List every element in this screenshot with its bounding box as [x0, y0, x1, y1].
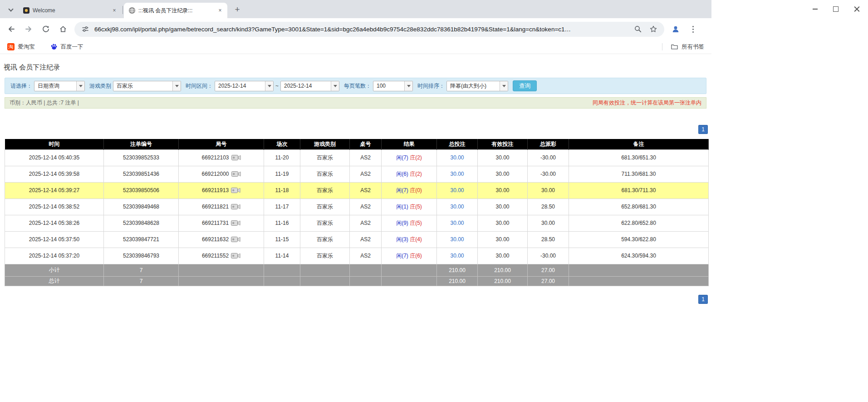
video-replay-icon[interactable]: [231, 253, 240, 259]
bet-record-row: 2025-12-14 05:39:27523039850506669211913…: [5, 182, 709, 199]
column-header: 总派彩: [528, 139, 569, 149]
total-bet-link[interactable]: 30.00: [450, 236, 464, 243]
screen: Welcome × :::视讯 会员下注纪录::: × + 66cxkj98.c…: [0, 0, 868, 402]
cell-payout: -30.00: [528, 248, 569, 264]
column-header: 注单编号: [104, 139, 179, 149]
bookmarks-divider: [662, 43, 662, 50]
total-bet-link[interactable]: 30.00: [450, 187, 464, 194]
chevron-down-icon[interactable]: [76, 81, 84, 91]
video-replay-icon[interactable]: [231, 154, 241, 161]
game-type-dropdown[interactable]: 百家乐: [113, 81, 181, 91]
bookmark-star-icon[interactable]: [648, 24, 659, 35]
cell-total-bet: 30.00: [437, 248, 478, 264]
total-bet-link[interactable]: 30.00: [450, 171, 464, 177]
taobao-icon: 淘: [7, 43, 15, 50]
total-label: 总计: [5, 276, 104, 286]
cell-session: 11-15: [264, 231, 300, 248]
chevron-down-icon[interactable]: [404, 81, 412, 91]
tab-bet-records[interactable]: :::视讯 会员下注纪录::: ×: [124, 3, 227, 18]
query-type-dropdown[interactable]: 日期查询: [34, 81, 85, 91]
pagination-top: 1: [0, 125, 708, 134]
chevron-down-icon[interactable]: [500, 81, 508, 91]
total-bet-link[interactable]: 30.00: [450, 220, 464, 226]
bookmark-baidu[interactable]: 百度一下: [49, 42, 85, 52]
site-settings-icon[interactable]: [80, 24, 91, 35]
result-banker: 庄(2): [410, 154, 422, 161]
new-tab-button[interactable]: +: [231, 3, 244, 16]
cell-time: 2025-12-14 05:40:35: [5, 149, 104, 166]
menu-button[interactable]: [686, 22, 700, 36]
cell-remark: 711.30/681.30: [569, 166, 709, 182]
total-bet-link[interactable]: 30.00: [450, 253, 464, 259]
empty-cell: [569, 264, 709, 276]
cell-total-bet: 30.00: [437, 199, 478, 215]
cell-round-no: 669211632: [179, 231, 264, 248]
bookmark-label: 百度一下: [61, 43, 83, 51]
folder-icon: [671, 43, 678, 50]
total-total-bet: 210.00: [437, 276, 478, 286]
page-content: 视讯 会员下注纪录 请选择： 日期查询 游戏类别 百家乐 时间区间： 2025-…: [0, 54, 711, 402]
chevron-down-icon[interactable]: [265, 81, 273, 91]
video-replay-icon[interactable]: [231, 236, 240, 243]
minimize-icon[interactable]: [812, 6, 818, 12]
subtotal-valid-bet: 210.00: [478, 264, 528, 276]
cell-table-no: AS2: [350, 248, 382, 264]
cell-game-type: 百家乐: [300, 149, 350, 166]
sort-order-dropdown[interactable]: 降幂(由大到小): [446, 81, 508, 91]
game-type-value: 百家乐: [113, 81, 172, 91]
reload-button[interactable]: [39, 22, 53, 36]
cell-game-type: 百家乐: [300, 248, 350, 264]
cell-round-no: 669211552: [179, 248, 264, 264]
date-to-dropdown[interactable]: 2025-12-14: [280, 81, 339, 91]
video-replay-icon[interactable]: [231, 171, 241, 177]
total-bet-link[interactable]: 30.00: [450, 154, 464, 161]
video-replay-icon[interactable]: [231, 220, 240, 226]
address-bar[interactable]: 66cxkj98.com/ipl/portal.php/game/betreco…: [74, 22, 664, 37]
cell-table-no: AS2: [350, 215, 382, 231]
close-icon[interactable]: [853, 6, 860, 12]
pagination-bottom: 1: [0, 295, 708, 304]
tab-close-icon[interactable]: ×: [216, 7, 224, 14]
cell-round-no: 669212000: [179, 166, 264, 182]
page-number-button[interactable]: 1: [698, 125, 708, 134]
empty-cell: [382, 264, 437, 276]
home-button[interactable]: [56, 22, 70, 36]
page-size-dropdown[interactable]: 100: [373, 81, 413, 91]
forward-button[interactable]: [21, 22, 36, 36]
round-number: 669211731: [202, 220, 229, 226]
total-row: 总计 7 210.00 210.00 27.00: [5, 276, 709, 286]
url-text[interactable]: 66cxkj98.com/ipl/portal.php/game/betreco…: [94, 26, 628, 33]
summary-bar: 币别：人民币 | 总共 :7 注单 | 同局有效投注，统一计算在该局第一张注单内: [5, 97, 706, 109]
bookmark-taobao[interactable]: 淘 爱淘宝: [5, 42, 37, 52]
cell-remark: 594.30/622.80: [569, 231, 709, 248]
cell-bet-id: 523039846793: [104, 248, 179, 264]
all-bookmarks-label: 所有书签: [682, 43, 704, 51]
video-replay-icon[interactable]: [231, 203, 240, 210]
date-from-dropdown[interactable]: 2025-12-14: [215, 81, 274, 91]
cell-session: 11-18: [264, 182, 300, 199]
bookmarks-bar: 淘 爱淘宝 百度一下 所有书签: [0, 40, 711, 54]
tab-title: :::视讯 会员下注纪录:::: [138, 7, 214, 15]
result-banker: 庄(6): [410, 253, 422, 259]
cell-game-type: 百家乐: [300, 182, 350, 199]
cell-total-bet: 30.00: [437, 149, 478, 166]
tab-search-button[interactable]: [5, 3, 17, 16]
profile-button[interactable]: [668, 22, 683, 36]
search-button[interactable]: 查询: [513, 80, 537, 91]
tab-welcome[interactable]: Welcome ×: [18, 3, 122, 18]
chevron-down-icon[interactable]: [331, 81, 339, 91]
page-number-button[interactable]: 1: [698, 295, 708, 304]
maximize-icon[interactable]: [833, 6, 839, 12]
tab-close-icon[interactable]: ×: [111, 7, 118, 14]
all-bookmarks-button[interactable]: 所有书签: [669, 42, 706, 52]
back-button[interactable]: [4, 22, 19, 36]
round-number: 669211552: [202, 253, 229, 259]
total-bet-link[interactable]: 30.00: [450, 203, 464, 210]
zoom-icon[interactable]: [633, 24, 643, 35]
video-replay-icon[interactable]: [231, 187, 240, 194]
chevron-down-icon[interactable]: [172, 81, 181, 91]
cell-round-no: 669211821: [179, 199, 264, 215]
result-player: 闲(6): [396, 171, 408, 177]
cell-payout: 30.00: [528, 215, 569, 231]
total-valid-bet: 210.00: [478, 276, 528, 286]
